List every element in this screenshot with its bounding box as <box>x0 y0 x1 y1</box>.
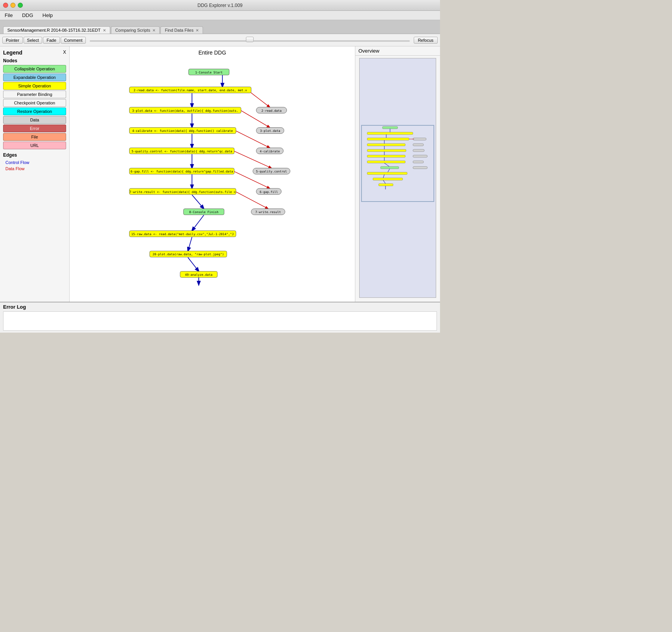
svg-rect-35 <box>413 161 424 163</box>
legend-checkpoint: Checkpoint Operation <box>3 99 66 107</box>
legend-restore: Restore Operation <box>3 108 66 115</box>
legend-data-flow: Data Flow <box>3 166 66 172</box>
comment-button[interactable]: Comment <box>61 37 86 44</box>
svg-line-39 <box>388 169 390 172</box>
legend-file: File <box>3 133 66 141</box>
svg-line-41 <box>383 174 384 178</box>
svg-rect-25 <box>367 143 405 146</box>
pointer-button[interactable]: Pointer <box>2 37 23 44</box>
tab-close-sensor[interactable]: ✕ <box>103 28 106 32</box>
tab-label: SensorManagement.R 2014-08-15T16.32.31ED… <box>7 28 101 32</box>
menu-file[interactable]: File <box>3 12 14 19</box>
svg-line-8 <box>188 237 192 251</box>
svg-rect-22 <box>413 138 426 140</box>
select-button[interactable]: Select <box>24 37 43 44</box>
legend-simple: Simple Operation <box>3 82 66 90</box>
fade-button[interactable]: Fade <box>43 37 60 44</box>
title-bar: DDG Explorer v.1.009 <box>0 0 440 11</box>
svg-rect-46 <box>362 125 434 202</box>
node-6-label: 6-gap.fill <- function(data){ ddg.return… <box>131 170 233 173</box>
data-node-2-label: 2-read.data <box>261 109 281 113</box>
svg-rect-44 <box>379 184 393 186</box>
minimize-button[interactable] <box>10 3 15 8</box>
svg-line-9 <box>188 258 199 272</box>
svg-line-36 <box>384 163 389 167</box>
graph-canvas[interactable]: 1-Console Start 2-read.data <- function(… <box>70 59 355 302</box>
menu-bar: File DDG Help <box>0 11 440 20</box>
legend-expandable: Expandable Operation <box>3 73 66 81</box>
legend-collapsible: Collapsible Operation <box>3 65 66 73</box>
data-node-6-label: 6-gap.fill <box>259 190 278 194</box>
menu-ddg[interactable]: DDG <box>20 12 35 19</box>
legend-data: Data <box>3 116 66 124</box>
overview-title: Overview <box>355 46 440 56</box>
legend-close-button[interactable]: X <box>63 50 66 55</box>
tab-close-find[interactable]: ✕ <box>196 28 199 32</box>
node-49-label: 49-analyze.data <box>185 273 213 277</box>
node-7-label: 7-write.result <- function(data){ ddg.fu… <box>130 190 236 194</box>
node-20-label: 20-plot.data(raw.data, "raw-plot.jpeg") <box>153 253 224 256</box>
tab-comparing-scripts[interactable]: Comparing Scripts ✕ <box>111 26 160 34</box>
graph-svg[interactable]: 1-Console Start 2-read.data <- function(… <box>70 59 355 302</box>
data-node-5-label: 5-quality.control <box>256 170 287 173</box>
window-controls[interactable] <box>3 3 23 8</box>
graph-title: Entire DDG <box>70 50 355 56</box>
legend-nodes-title: Nodes <box>3 58 66 63</box>
slider-thumb[interactable] <box>246 37 254 42</box>
svg-rect-17 <box>382 126 397 129</box>
slider-track <box>90 40 409 42</box>
data-node-3-label: 3-plot.data <box>260 129 280 133</box>
node-3-label: 3-plot.data <- function(data, outfile){ … <box>132 109 238 113</box>
tab-close-comparing[interactable]: ✕ <box>152 28 155 32</box>
tab-label: Comparing Scripts <box>115 28 150 32</box>
node-2-label: 2-read.data <- function(file.name, start… <box>133 89 247 92</box>
close-button[interactable] <box>3 3 8 8</box>
tab-label: Find Data Files <box>165 28 193 32</box>
svg-rect-34 <box>367 161 405 163</box>
data-node-4-label: 4-calibrate <box>260 150 280 153</box>
node-15-label: 15-raw.data <- read.data("met-daily.csv"… <box>131 232 234 236</box>
tab-sensor-management[interactable]: SensorManagement.R 2014-08-15T16.32.31ED… <box>3 26 110 34</box>
zoom-slider-area[interactable] <box>90 39 409 42</box>
node-5-label: 5-quality.control <- function(data){ ddg… <box>131 150 232 153</box>
legend-panel: Legend X Nodes Collapsible Operation Exp… <box>0 46 70 302</box>
menu-help[interactable]: Help <box>41 12 55 19</box>
legend-control-flow: Control Flow <box>3 159 66 166</box>
tabs-bar: SensorManagement.R 2014-08-15T16.32.31ED… <box>0 20 440 34</box>
svg-rect-42 <box>373 178 403 180</box>
svg-rect-21 <box>367 138 409 140</box>
error-log-box[interactable] <box>3 311 437 331</box>
node-8-label: 8-Console Finish <box>189 210 218 214</box>
legend-edges: Edges Control Flow Data Flow <box>3 152 66 172</box>
error-log-title: Error Log <box>3 304 437 310</box>
svg-line-43 <box>383 180 385 184</box>
svg-rect-37 <box>380 166 399 169</box>
data-node-7-label: 7-write.result <box>255 210 281 214</box>
overview-map[interactable] <box>359 58 436 298</box>
node-4-label: 4-calibrate <- function(data){ ddg.funct… <box>132 129 233 133</box>
node-1-label: 1-Console Start <box>195 71 223 74</box>
legend-url: URL <box>3 142 66 149</box>
maximize-button[interactable] <box>18 3 23 8</box>
bottom-panel: Error Log <box>0 302 440 333</box>
legend-parameter: Parameter Binding <box>3 91 66 98</box>
graph-area[interactable]: Entire DDG <box>70 46 355 302</box>
toolbar: Pointer Select Fade Comment Refocus <box>0 34 440 46</box>
svg-rect-26 <box>413 143 424 146</box>
svg-line-6 <box>192 195 204 209</box>
refocus-button[interactable]: Refocus <box>414 37 438 44</box>
svg-rect-38 <box>413 166 427 169</box>
svg-line-7 <box>192 215 204 231</box>
overview-panel: Overview <box>355 46 440 302</box>
svg-line-10 <box>248 90 270 107</box>
svg-rect-19 <box>367 132 413 135</box>
svg-rect-32 <box>413 155 427 157</box>
svg-rect-40 <box>367 172 407 174</box>
legend-edges-title: Edges <box>3 152 66 158</box>
svg-rect-28 <box>367 149 406 152</box>
legend-title: Legend <box>3 50 66 56</box>
legend-error: Error <box>3 125 66 132</box>
tab-find-data-files[interactable]: Find Data Files ✕ <box>160 26 203 34</box>
main-content: Legend X Nodes Collapsible Operation Exp… <box>0 46 440 302</box>
svg-rect-29 <box>413 149 425 152</box>
